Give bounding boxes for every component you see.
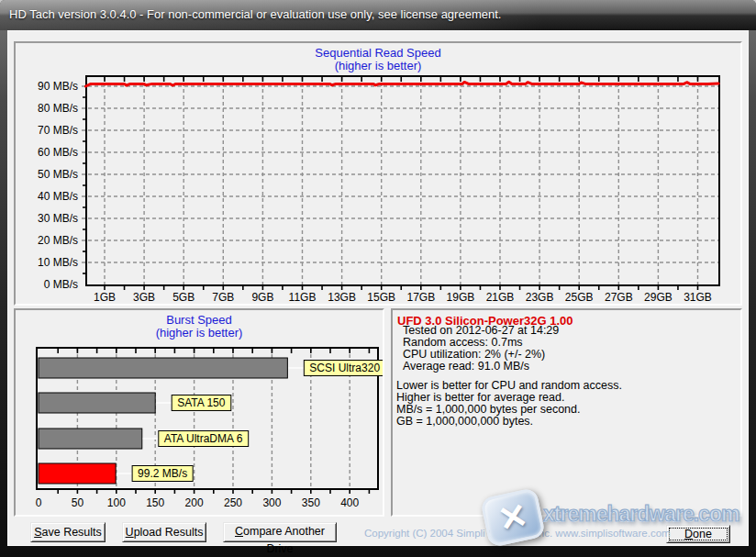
svg-text:99.2 MB/s: 99.2 MB/s [138, 467, 187, 480]
svg-text:90 MB/s: 90 MB/s [38, 80, 78, 93]
cpu-utilization-line: CPU utilization: 2% (+/- 2%) [403, 348, 545, 361]
svg-text:350: 350 [302, 496, 320, 509]
svg-text:9GB: 9GB [251, 291, 273, 304]
sequential-read-panel: Sequential Read Speed (higher is better)… [14, 41, 742, 306]
svg-text:250: 250 [224, 496, 242, 509]
save-results-button[interactable]: Save Results [30, 522, 106, 542]
svg-text:25GB: 25GB [565, 291, 594, 304]
svg-text:11GB: 11GB [289, 291, 317, 304]
svg-text:50: 50 [72, 496, 84, 509]
done-button[interactable]: Done [666, 525, 730, 543]
svg-text:200: 200 [185, 496, 204, 509]
svg-text:5GB: 5GB [172, 291, 195, 304]
svg-text:100: 100 [107, 496, 126, 509]
copyright-text: Copyright (C) 2004 Simpli Software, Inc.… [364, 528, 671, 539]
svg-text:23GB: 23GB [526, 291, 554, 304]
note-line: MB/s = 1,000,000 bytes per second. [396, 403, 580, 416]
hdtach-window: HD Tach version 3.0.4.0 - For non-commer… [0, 0, 756, 557]
compare-another-drive-button[interactable]: Compare Another Drive [223, 522, 337, 542]
tested-on-line: Tested on 2012-06-27 at 14:29 [403, 324, 559, 337]
svg-text:40 MB/s: 40 MB/s [38, 190, 78, 203]
svg-text:0 MB/s: 0 MB/s [44, 278, 78, 291]
svg-text:10 MB/s: 10 MB/s [38, 256, 78, 269]
svg-text:31GB: 31GB [684, 291, 712, 304]
svg-text:21GB: 21GB [486, 291, 515, 304]
svg-text:19GB: 19GB [447, 291, 475, 304]
svg-text:20 MB/s: 20 MB/s [38, 234, 78, 247]
svg-text:ATA UltraDMA 6: ATA UltraDMA 6 [164, 432, 243, 445]
svg-text:1GB: 1GB [94, 291, 116, 304]
svg-text:50 MB/s: 50 MB/s [38, 168, 78, 181]
upload-results-button[interactable]: Upload Results [122, 522, 206, 542]
svg-text:80 MB/s: 80 MB/s [38, 102, 78, 115]
svg-text:7GB: 7GB [212, 291, 234, 304]
svg-text:SCSI Ultra320: SCSI Ultra320 [309, 362, 380, 374]
svg-text:300: 300 [262, 496, 281, 509]
svg-text:400: 400 [340, 496, 359, 509]
random-access-line: Random access: 0.7ms [403, 336, 523, 349]
drive-info-panel: UFD 3.0 Silicon-Power32G 1.00 Tested on … [391, 308, 742, 517]
svg-text:SATA 150: SATA 150 [177, 396, 226, 409]
burst-speed-chart: SCSI Ultra320SATA 150ATA UltraDMA 699.2 … [16, 310, 383, 515]
titlebar[interactable]: HD Tach version 3.0.4.0 - For non-commer… [0, 0, 756, 30]
burst-speed-panel: Burst Speed (higher is better) SCSI Ultr… [14, 308, 384, 517]
average-read-line: Average read: 91.0 MB/s [403, 360, 529, 373]
sequential-read-chart: 0 MB/s10 MB/s20 MB/s30 MB/s40 MB/s50 MB/… [16, 43, 740, 304]
svg-text:17GB: 17GB [406, 291, 435, 304]
svg-text:60 MB/s: 60 MB/s [38, 146, 78, 159]
svg-text:3GB: 3GB [133, 291, 155, 304]
svg-text:29GB: 29GB [644, 291, 673, 304]
svg-text:30 MB/s: 30 MB/s [38, 212, 78, 225]
window-title: HD Tach version 3.0.4.0 - For non-commer… [9, 7, 501, 21]
svg-text:15GB: 15GB [367, 291, 395, 304]
svg-text:27GB: 27GB [605, 291, 633, 304]
svg-text:0: 0 [36, 496, 42, 509]
note-line: GB = 1,000,000,000 bytes. [396, 415, 533, 428]
svg-text:70 MB/s: 70 MB/s [38, 124, 78, 137]
svg-text:13GB: 13GB [328, 291, 356, 304]
svg-text:150: 150 [146, 496, 164, 509]
note-line: Lower is better for CPU and random acces… [396, 379, 622, 392]
note-line: Higher is better for average read. [396, 391, 564, 404]
content-area: Sequential Read Speed (higher is better)… [7, 30, 749, 546]
